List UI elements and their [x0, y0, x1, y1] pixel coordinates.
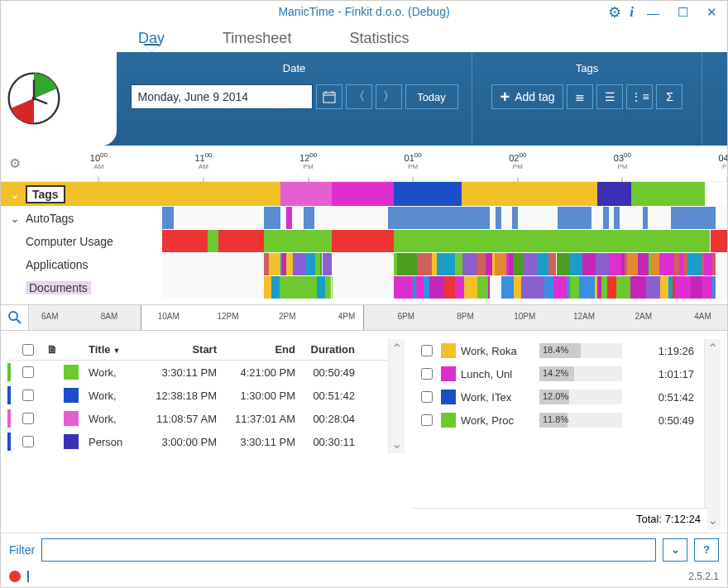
minimize-button[interactable]: —	[642, 6, 664, 20]
add-tag-button[interactable]: +Add tag	[491, 84, 564, 109]
logo-area	[1, 22, 117, 52]
logo	[1, 52, 117, 146]
chevron-left-icon: 〈	[353, 89, 365, 104]
color-swatch	[64, 388, 79, 403]
tags-track[interactable]	[162, 182, 727, 206]
total-row: Total: 7:12:24	[413, 508, 707, 529]
row-checkbox[interactable]	[22, 390, 34, 401]
left-scrollbar[interactable]: ⌃⌄	[388, 339, 405, 453]
summary-row[interactable]: Work, Proc 11.8% 0:50:49	[413, 409, 704, 432]
color-swatch	[441, 413, 456, 428]
summary-row[interactable]: Work, Roka 18.4% 1:19:26	[413, 339, 704, 362]
summary-row[interactable]: Lunch, Unl 14.2% 1:01:17	[413, 362, 704, 385]
filter-bar: Filter ⌄ ?	[1, 533, 727, 566]
titlebar-buttons: ⚙ i — ☐ ✕	[608, 3, 722, 22]
apps-track-row: ⌄ Applications	[1, 253, 727, 276]
select-all-checkbox[interactable]	[22, 344, 34, 356]
row-checkbox[interactable]	[421, 391, 433, 403]
filter-dropdown-button[interactable]: ⌄	[663, 538, 687, 562]
plus-icon: +	[500, 88, 510, 105]
tags-label: Tags	[576, 62, 598, 74]
usage-track-row: ⌄ Computer Usage	[1, 230, 727, 253]
row-checkbox[interactable]	[421, 368, 433, 380]
color-swatch	[64, 434, 79, 449]
tags-track-label[interactable]: Tags	[26, 185, 65, 203]
color-swatch	[441, 343, 456, 358]
timeline-settings-icon[interactable]: ⚙	[1, 155, 29, 171]
list-view3-button[interactable]: ⋮≡	[626, 84, 653, 109]
row-checkbox[interactable]	[22, 436, 34, 447]
statusbar: 2.5.2.1	[1, 566, 727, 587]
row-checkbox[interactable]	[421, 414, 433, 426]
title-column-header[interactable]: Title▼	[89, 343, 138, 356]
autotags-track-row: ⌄ AutoTags	[1, 207, 727, 230]
summary-row[interactable]: Work, ITex 12.0% 0:51:42	[413, 385, 704, 409]
row-checkbox[interactable]	[22, 366, 34, 378]
doc-column-header[interactable]: 🗎	[41, 343, 64, 356]
list-view2-button[interactable]: ☰	[596, 84, 623, 109]
next-day-button[interactable]: 〉	[376, 84, 402, 109]
maximize-button[interactable]: ☐	[673, 5, 693, 20]
end-column-header[interactable]: End	[217, 343, 295, 356]
row-checkbox[interactable]	[421, 345, 433, 356]
filter-input[interactable]	[41, 538, 656, 562]
docs-track-label[interactable]: Documents	[26, 281, 91, 294]
color-swatch	[441, 366, 456, 381]
tags-section: Tags +Add tag ≣ ☰ ⋮≡ Σ	[472, 52, 702, 146]
color-swatch	[64, 365, 79, 380]
today-button[interactable]: Today	[405, 84, 458, 109]
filter-help-button[interactable]: ?	[694, 538, 719, 562]
start-column-header[interactable]: Start	[138, 343, 217, 356]
mini-timeline[interactable]: 6AM8AM10AM12PM2PM4PM6PM8PM10PM12AM2AM4AM	[1, 304, 727, 331]
sigma-icon: Σ	[666, 90, 673, 103]
svg-point-8	[9, 312, 17, 320]
time-ruler[interactable]: 1000AM1100AM1200PM0100PM0200PM0300PM0400…	[29, 146, 727, 182]
date-section: Date 〈 〉 Today	[117, 52, 472, 146]
table-row[interactable]: Work, 12:38:18 PM 1:30:00 PM 00:51:42	[7, 384, 388, 407]
usage-track[interactable]	[162, 230, 727, 252]
table-row[interactable]: Work, 3:30:11 PM 4:21:00 PM 00:50:49	[7, 361, 388, 384]
tab-statistics[interactable]: Statistics	[341, 25, 417, 52]
tab-timesheet[interactable]: Timesheet	[214, 25, 299, 52]
info-icon[interactable]: i	[630, 4, 634, 21]
prev-day-button[interactable]: 〈	[346, 84, 372, 109]
calendar-icon	[323, 90, 336, 103]
version-label: 2.5.2.1	[688, 571, 719, 582]
table-row[interactable]: Work, 11:08:57 AM 11:37:01 AM 00:28:04	[7, 407, 388, 430]
list-view1-button[interactable]: ≣	[567, 84, 593, 109]
recording-indicator-icon[interactable]	[9, 571, 21, 582]
row-checkbox[interactable]	[22, 413, 34, 424]
app-logo-icon	[1, 65, 67, 131]
docs-track[interactable]	[162, 276, 727, 299]
autotags-track-label[interactable]: AutoTags	[26, 212, 74, 225]
sigma-button[interactable]: Σ	[656, 84, 682, 109]
summary-grid: Work, Roka 18.4% 1:19:26 Lunch, Unl 14.2…	[413, 339, 721, 529]
apps-track[interactable]	[162, 253, 727, 275]
settings-gear-icon[interactable]: ⚙	[608, 3, 621, 22]
collapse-tags-icon[interactable]: ⌄	[7, 188, 22, 201]
svg-point-3	[32, 97, 36, 101]
right-scrollbar[interactable]: ⌃⌄	[704, 339, 721, 529]
list-indent-icon: ☰	[605, 90, 615, 103]
apps-track-label[interactable]: Applications	[26, 258, 89, 271]
chevron-down-icon: ⌄	[671, 543, 680, 556]
titlebar: ManicTime - Finkit d.o.o. (Debug) ⚙ i — …	[1, 1, 727, 22]
calendar-button[interactable]	[316, 84, 342, 109]
collapse-autotags-icon[interactable]: ⌄	[7, 212, 22, 225]
date-input[interactable]	[131, 84, 313, 109]
close-button[interactable]: ✕	[702, 5, 722, 20]
table-row[interactable]: Person 3:00:00 PM 3:30:11 PM 00:30:11	[7, 430, 388, 453]
usage-track-label[interactable]: Computer Usage	[26, 235, 113, 248]
docs-track-row: ⌄ Documents	[1, 276, 727, 299]
help-icon: ?	[703, 543, 710, 556]
date-label: Date	[283, 62, 305, 74]
chevron-right-icon: 〉	[383, 89, 395, 104]
tab-day[interactable]: Day	[130, 25, 173, 52]
activities-grid: 🗎 Title▼ Start End Duration Work, 3:30:1…	[7, 339, 405, 529]
list-icon: ≣	[575, 90, 585, 103]
tags-track-row: ⌄ Tags	[1, 182, 727, 207]
duration-column-header[interactable]: Duration	[295, 343, 362, 356]
filter-label: Filter	[9, 543, 35, 557]
autotags-track[interactable]	[162, 207, 727, 229]
search-icon[interactable]	[1, 305, 29, 330]
